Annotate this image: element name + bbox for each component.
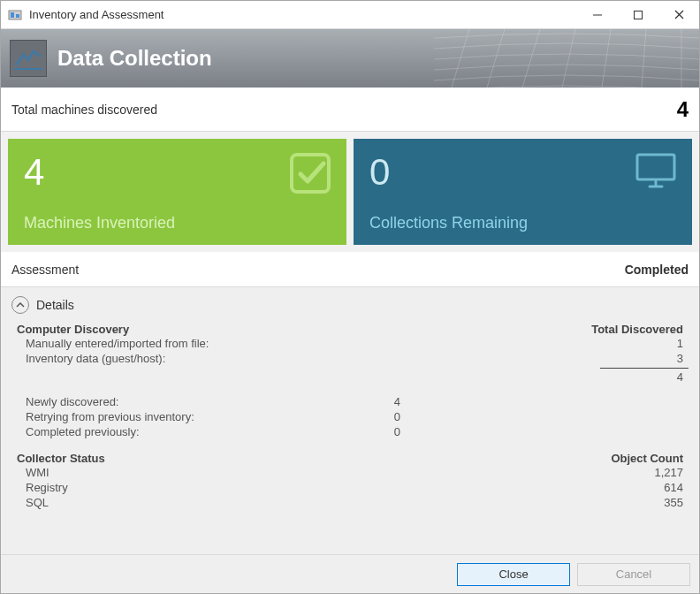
row-value: 355 bbox=[400, 496, 683, 509]
svg-line-12 bbox=[642, 29, 646, 88]
chart-icon bbox=[10, 40, 47, 77]
collections-remaining-tile: 0 Collections Remaining bbox=[354, 139, 692, 245]
details-toggle[interactable] bbox=[11, 296, 29, 314]
svg-rect-1 bbox=[11, 12, 14, 18]
row-value: 1 bbox=[400, 337, 683, 350]
cancel-button[interactable]: Cancel bbox=[577, 563, 690, 586]
row-value: 0 bbox=[368, 410, 400, 423]
row-label: Inventory data (guest/host): bbox=[26, 352, 368, 365]
close-window-button[interactable] bbox=[658, 1, 699, 28]
assessment-row: Assessment Completed bbox=[1, 252, 699, 287]
collections-remaining-value: 0 bbox=[369, 151, 676, 194]
svg-rect-15 bbox=[292, 155, 329, 192]
row-label: WMI bbox=[26, 466, 368, 479]
table-row: Manually entered/imported from file: 1 bbox=[11, 336, 689, 351]
row-value: 0 bbox=[368, 425, 400, 438]
banner-decoration bbox=[434, 29, 699, 88]
close-button[interactable]: Close bbox=[457, 563, 570, 586]
row-label: Manually entered/imported from file: bbox=[26, 337, 368, 350]
svg-line-10 bbox=[562, 29, 575, 88]
svg-rect-16 bbox=[637, 155, 674, 179]
checkmark-icon bbox=[288, 151, 332, 199]
banner-title: Data Collection bbox=[57, 46, 212, 71]
table-row: Newly discovered: 4 bbox=[11, 394, 689, 409]
collections-remaining-label: Collections Remaining bbox=[369, 214, 676, 232]
table-row: WMI 1,217 bbox=[11, 465, 689, 480]
titlebar: Inventory and Assessment bbox=[1, 1, 699, 29]
row-value: 1,217 bbox=[400, 466, 683, 479]
computer-discovery-header: Computer Discovery Total Discovered bbox=[11, 323, 689, 336]
collector-status-header: Collector Status Object Count bbox=[11, 452, 689, 465]
banner: Data Collection bbox=[1, 29, 699, 88]
app-icon bbox=[8, 8, 22, 22]
row-label: Retrying from previous inventory: bbox=[26, 410, 368, 423]
svg-line-8 bbox=[487, 29, 505, 88]
table-row: Retrying from previous inventory: 0 bbox=[11, 409, 689, 424]
details-section: Details Computer Discovery Total Discove… bbox=[1, 287, 699, 554]
machines-inventoried-tile: 4 Machines Inventoried bbox=[8, 139, 346, 245]
svg-line-11 bbox=[602, 29, 611, 88]
window: Inventory and Assessment bbox=[0, 0, 700, 594]
monitor-icon bbox=[634, 151, 678, 194]
row-value: 3 bbox=[400, 352, 683, 365]
total-discovered-label: Total Discovered bbox=[591, 323, 683, 336]
maximize-button[interactable] bbox=[618, 1, 658, 28]
total-machines-label: Total machines discovered bbox=[11, 103, 157, 117]
row-label: Newly discovered: bbox=[26, 395, 368, 408]
table-row: Completed previously: 0 bbox=[11, 424, 689, 439]
svg-line-9 bbox=[522, 29, 540, 88]
tiles-row: 4 Machines Inventoried 0 Collections Rem… bbox=[1, 132, 699, 252]
table-row: SQL 355 bbox=[11, 495, 689, 510]
computer-discovery-title: Computer Discovery bbox=[17, 323, 129, 336]
assessment-status: Completed bbox=[625, 263, 689, 277]
window-controls bbox=[577, 1, 699, 28]
details-title: Details bbox=[36, 298, 74, 312]
table-row: Inventory data (guest/host): 3 bbox=[11, 351, 689, 366]
machines-inventoried-value: 4 bbox=[24, 151, 331, 194]
total-row: Total machines discovered 4 bbox=[1, 88, 699, 132]
discovery-sum: 4 bbox=[11, 369, 689, 389]
svg-rect-4 bbox=[635, 11, 643, 19]
row-label: Registry bbox=[26, 481, 368, 494]
details-header: Details bbox=[11, 296, 689, 314]
window-title: Inventory and Assessment bbox=[29, 8, 577, 21]
footer: Close Cancel bbox=[1, 554, 699, 593]
object-count-label: Object Count bbox=[611, 452, 683, 465]
chevron-up-icon bbox=[16, 301, 25, 309]
row-label: SQL bbox=[26, 496, 368, 509]
machines-inventoried-label: Machines Inventoried bbox=[24, 214, 331, 232]
table-row: Registry 614 bbox=[11, 480, 689, 495]
total-machines-value: 4 bbox=[677, 97, 689, 122]
collector-status-title: Collector Status bbox=[17, 452, 105, 465]
row-label: Completed previously: bbox=[26, 425, 368, 438]
row-value: 4 bbox=[368, 395, 400, 408]
svg-rect-2 bbox=[16, 14, 19, 18]
row-value: 614 bbox=[400, 481, 683, 494]
assessment-label: Assessment bbox=[11, 263, 79, 277]
minimize-button[interactable] bbox=[577, 1, 618, 28]
